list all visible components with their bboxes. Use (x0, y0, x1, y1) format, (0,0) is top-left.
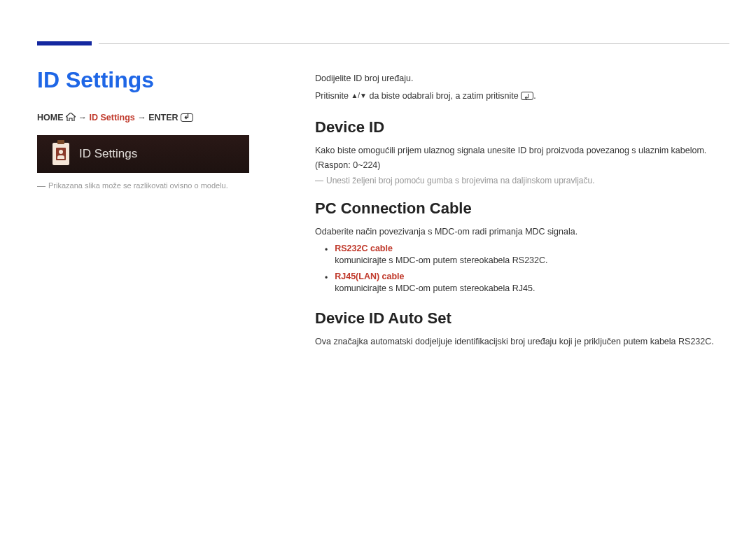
image-disclaimer: Prikazana slika može se razlikovati ovis… (37, 181, 268, 190)
home-icon (66, 113, 76, 121)
page-title: ID Settings (37, 67, 268, 93)
breadcrumb: HOME → ID Settings → ENTER (37, 113, 268, 122)
rj45-label: RJ45(LAN) cable (335, 272, 729, 281)
dash-icon (315, 181, 323, 181)
intro2-part-b: da biste odabrali broj, a zatim pritisni… (367, 91, 521, 101)
rs232c-text: komunicirajte s MDC-om putem stereokabel… (335, 253, 729, 267)
dash-icon (37, 186, 46, 187)
header-divider (99, 43, 729, 44)
ui-preview-banner: ID Settings (37, 135, 249, 173)
id-badge-icon (52, 143, 69, 165)
option-row: • RJ45(LAN) cable komunicirajte s MDC-om… (325, 272, 729, 295)
breadcrumb-enter-label: ENTER (148, 113, 178, 122)
option-row: • RS232C cable komunicirajte s MDC-om pu… (325, 244, 729, 267)
header-accent-bar (37, 41, 92, 45)
rj45-text: komunicirajte s MDC-om putem stereokabel… (335, 281, 729, 295)
breadcrumb-home-label: HOME (37, 113, 64, 122)
pc-cable-text: Odaberite način povezivanja s MDC-om rad… (315, 225, 729, 239)
breadcrumb-current: ID Settings (89, 113, 134, 122)
auto-set-heading: Device ID Auto Set (315, 309, 729, 328)
rs232c-label: RS232C cable (335, 244, 729, 253)
intro2-part-c: . (533, 91, 536, 101)
ui-preview-label: ID Settings (79, 147, 137, 161)
device-id-text: Kako biste omogućili prijem ulaznog sign… (315, 143, 729, 174)
up-down-triangle-icon: ▲/▼ (351, 92, 367, 99)
breadcrumb-arrow: → (137, 113, 148, 122)
device-id-note: Unesti željeni broj pomoću gumba s broje… (315, 176, 729, 185)
intro-line-1: Dodijelite ID broj uređaju. (315, 71, 729, 86)
enter-icon (181, 113, 193, 122)
breadcrumb-arrow: → (78, 113, 89, 122)
auto-set-text: Ova značajka automatski dodjeljuje ident… (315, 335, 729, 349)
intro2-part-a: Pritisnite (315, 91, 351, 101)
enter-icon (521, 92, 533, 100)
bullet-icon: • (325, 272, 328, 295)
device-id-heading: Device ID (315, 118, 729, 136)
right-column: Dodijelite ID broj uređaju. Pritisnite ▲… (315, 71, 729, 353)
device-id-note-text: Unesti željeni broj pomoću gumba s broje… (326, 176, 595, 185)
pc-cable-heading: PC Connection Cable (315, 199, 729, 218)
disclaimer-text: Prikazana slika može se razlikovati ovis… (48, 181, 228, 190)
left-column: ID Settings HOME → ID Settings → ENTER I… (37, 67, 268, 190)
bullet-icon: • (325, 244, 328, 267)
intro-line-2: Pritisnite ▲/▼ da biste odabrali broj, a… (315, 89, 729, 104)
